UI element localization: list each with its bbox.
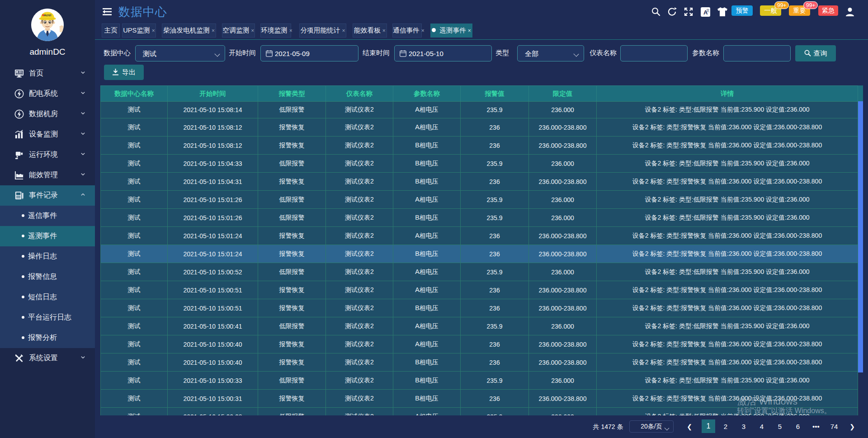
svg-text:Acrel: Acrel bbox=[44, 14, 51, 17]
svg-text:文: 文 bbox=[706, 9, 710, 13]
